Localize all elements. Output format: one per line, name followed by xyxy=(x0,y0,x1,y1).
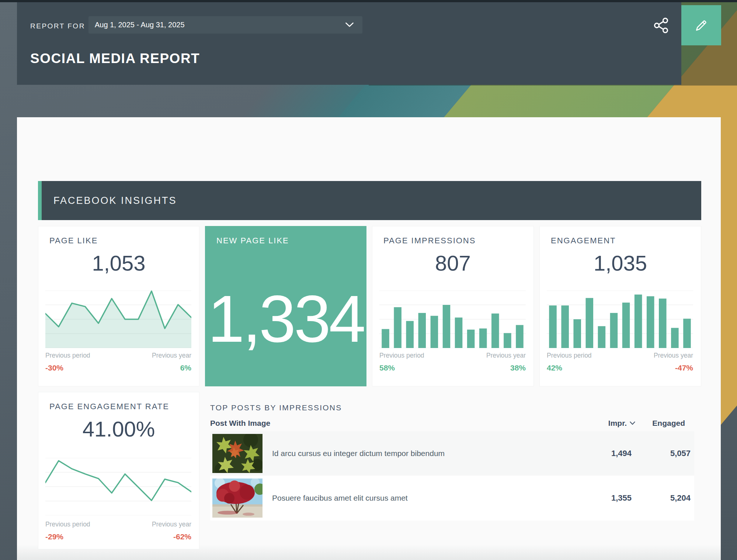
metric-title: PAGE ENGAGEMENT RATE xyxy=(49,402,169,411)
column-engaged: Engaged xyxy=(635,419,694,428)
metric-value: 1,053 xyxy=(38,251,199,275)
edit-button[interactable] xyxy=(681,5,721,45)
page-engagement-rate-card: PAGE ENGAGEMENT RATE 41.00% Previous per… xyxy=(38,392,199,549)
previous-year-change: 6% xyxy=(180,364,191,372)
previous-period-change: 58% xyxy=(379,364,395,372)
post-text: Posuere faucibus amet elit cursus amet xyxy=(272,494,584,502)
report-header: REPORT FOR Aug 1, 2025 - Aug 31, 2025 SO… xyxy=(17,2,681,85)
section-accent-bar xyxy=(38,181,42,220)
metric-value: 807 xyxy=(372,251,533,275)
post-engaged: 5,204 xyxy=(632,493,691,503)
previous-period-label: Previous period xyxy=(547,352,592,359)
new-page-like-card: NEW PAGE LIKE 1,334 xyxy=(205,226,366,386)
previous-year-label: Previous year xyxy=(654,352,693,359)
metric-value: 1,035 xyxy=(540,251,701,275)
metric-title: NEW PAGE LIKE xyxy=(216,236,289,246)
page-like-chart xyxy=(45,291,191,348)
pencil-icon xyxy=(693,17,709,34)
previous-year-label: Previous year xyxy=(152,521,191,528)
top-posts-title: TOP POSTS BY IMPRESSIONS xyxy=(210,403,342,412)
column-impressions-sort[interactable]: Impr. xyxy=(587,419,635,428)
page-impressions-card: PAGE IMPRESSIONS 807 Previous period Pre… xyxy=(372,226,534,386)
post-text: Id arcu cursus eu integer dictum tempor … xyxy=(272,449,584,458)
table-row[interactable]: Id arcu cursus eu integer dictum tempor … xyxy=(210,431,694,476)
metric-value: 1,334 xyxy=(205,278,366,359)
page-engagement-rate-chart xyxy=(45,458,191,515)
metric-title: PAGE LIKE xyxy=(49,236,98,246)
engagement-chart xyxy=(547,291,693,348)
top-posts-table-header: Post With Image Impr. Engaged xyxy=(210,416,694,431)
chevron-down-icon xyxy=(345,22,354,27)
previous-year-label: Previous year xyxy=(486,352,526,359)
report-for-label: REPORT FOR xyxy=(30,22,85,30)
facebook-insights-section-header: FACEBOOK INSIGHTS xyxy=(38,181,701,220)
previous-period-change: -29% xyxy=(45,532,63,541)
post-engaged: 5,057 xyxy=(632,449,691,458)
previous-year-change: -47% xyxy=(675,364,693,372)
post-impressions: 1,494 xyxy=(584,449,632,458)
metric-value: 41.00% xyxy=(38,417,199,441)
social-media-report-page: REPORT FOR Aug 1, 2025 - Aug 31, 2025 SO… xyxy=(0,0,737,560)
previous-period-label: Previous period xyxy=(45,352,90,359)
date-range-dropdown[interactable]: Aug 1, 2025 - Aug 31, 2025 xyxy=(88,16,362,34)
table-row[interactable]: Posuere faucibus amet elit cursus amet 1… xyxy=(210,476,694,521)
metric-title: ENGAGEMENT xyxy=(551,236,616,246)
post-thumbnail-red-maple-tree xyxy=(212,479,263,518)
previous-year-change: -62% xyxy=(173,532,191,541)
previous-year-change: 38% xyxy=(510,364,526,372)
previous-period-label: Previous period xyxy=(379,352,424,359)
share-icon xyxy=(653,17,670,34)
previous-year-label: Previous year xyxy=(152,352,191,359)
page-impressions-chart xyxy=(379,291,526,348)
section-title: FACEBOOK INSIGHTS xyxy=(53,195,177,206)
engagement-card: ENGAGEMENT 1,035 Previous period Previou… xyxy=(539,226,701,386)
page-title: SOCIAL MEDIA REPORT xyxy=(30,51,200,66)
date-range-value: Aug 1, 2025 - Aug 31, 2025 xyxy=(95,21,345,29)
share-button[interactable] xyxy=(650,14,672,37)
post-impressions: 1,355 xyxy=(584,493,632,503)
previous-period-change: 42% xyxy=(547,364,562,372)
sort-chevron-down-icon xyxy=(630,421,635,425)
previous-period-label: Previous period xyxy=(45,521,90,528)
post-thumbnail-autumn-leaves xyxy=(212,434,263,473)
page-like-card: PAGE LIKE 1,053 Previous period Previous… xyxy=(38,226,199,386)
previous-period-change: -30% xyxy=(45,364,63,372)
metric-title: PAGE IMPRESSIONS xyxy=(383,236,476,246)
column-post-with-image: Post With Image xyxy=(210,419,587,428)
